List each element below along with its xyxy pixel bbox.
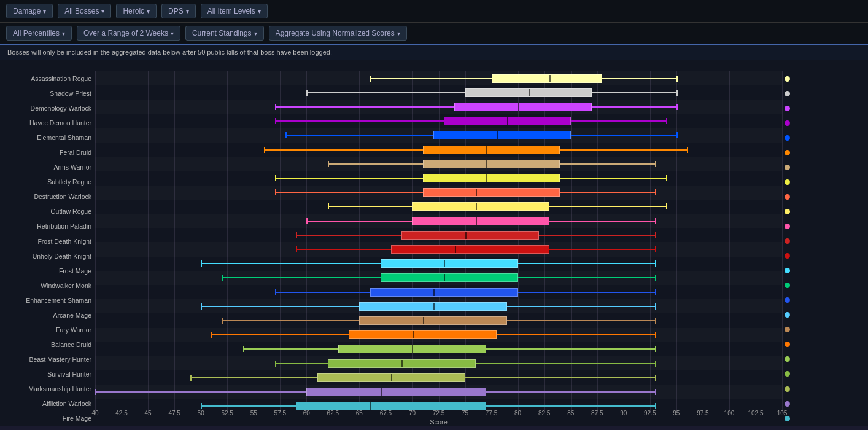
- outlier-dot: [785, 238, 790, 244]
- median-line: [444, 260, 445, 267]
- outlier-dot: [785, 327, 790, 332]
- y-label: Fury Warrior: [0, 322, 95, 337]
- whisker-left-tick: [275, 118, 276, 124]
- whisker-right-tick: [676, 90, 678, 96]
- box-plot: [444, 117, 571, 125]
- x-tick: 95: [673, 410, 680, 416]
- whisker-left: [275, 192, 423, 193]
- whisker-left: [275, 363, 328, 364]
- outlier-dot: [785, 91, 790, 96]
- top-bar: Damage All Bosses Heroic DPS All Item Le…: [0, 0, 868, 23]
- whisker-right-tick: [655, 318, 656, 324]
- bosses-btn[interactable]: All Bosses: [58, 4, 111, 18]
- heroic-btn[interactable]: Heroic: [116, 4, 157, 18]
- box-plot: [370, 288, 518, 297]
- whisker-right: [571, 120, 666, 122]
- y-label: Survival Hunter: [0, 367, 95, 381]
- box-plot: [317, 373, 465, 382]
- aggregate-btn[interactable]: Aggregate Using Normalized Scores: [269, 26, 407, 41]
- whisker-right-tick: [666, 118, 667, 124]
- whisker-left-tick: [306, 218, 308, 224]
- outlier-dot: [785, 209, 790, 214]
- whisker-right: [560, 149, 687, 150]
- whisker-right-tick: [655, 275, 656, 281]
- outlier-dot: [785, 106, 790, 111]
- y-label: Feral Druid: [0, 145, 95, 160]
- right-panel: [782, 60, 868, 426]
- x-tick: 67.5: [380, 410, 392, 416]
- whisker-left: [306, 92, 465, 93]
- x-tick: 85: [567, 410, 574, 416]
- itemlevels-btn[interactable]: All Item Levels: [201, 4, 268, 18]
- right-panel-row: [782, 115, 868, 130]
- whisker-right-tick: [666, 203, 667, 209]
- whisker-right: [549, 206, 665, 207]
- chart-row: [95, 385, 782, 399]
- median-line: [486, 160, 487, 168]
- chart-row: [95, 71, 782, 85]
- median-line: [507, 117, 508, 125]
- range-btn[interactable]: Over a Range of 2 Weeks: [77, 26, 180, 41]
- y-label: Marksmanship Hunter: [0, 381, 95, 396]
- whisker-left-tick: [275, 289, 276, 295]
- median-line: [476, 217, 477, 225]
- whisker-right-tick: [655, 246, 656, 252]
- chart-row: [95, 157, 782, 171]
- whisker-left: [275, 178, 423, 179]
- whisker-left-tick: [285, 132, 287, 138]
- box-plot: [338, 345, 486, 353]
- whisker-left-tick: [243, 346, 244, 352]
- whisker-right-tick: [676, 104, 678, 110]
- outlier-dot: [785, 371, 790, 377]
- box-plot: [359, 316, 507, 325]
- whisker-right: [560, 192, 655, 193]
- whisker-left: [285, 135, 433, 136]
- y-label: Demonology Warlock: [0, 101, 95, 115]
- whisker-left: [306, 221, 412, 222]
- whisker-right: [486, 391, 655, 393]
- whisker-right: [518, 263, 656, 264]
- whisker-right: [476, 363, 656, 364]
- outlier-dot: [785, 135, 790, 141]
- x-tick: 82.5: [538, 410, 550, 416]
- whisker-left: [222, 320, 360, 321]
- grid-line: [782, 71, 783, 413]
- info-text: Bosses will only be included in the aggr…: [7, 49, 332, 56]
- right-panel-row: [782, 264, 868, 278]
- median-line: [518, 103, 519, 111]
- dps-btn[interactable]: DPS: [161, 4, 196, 18]
- percentiles-btn[interactable]: All Percentiles: [6, 26, 72, 41]
- box-plot: [412, 202, 549, 211]
- whisker-left: [201, 263, 381, 264]
- chart-row: [95, 313, 782, 327]
- x-tick: 72.5: [433, 410, 444, 416]
- damage-btn[interactable]: Damage: [6, 4, 53, 18]
- chart-row: [95, 285, 782, 299]
- whisker-right-tick: [655, 161, 656, 167]
- box-plot: [412, 217, 549, 225]
- box-plot: [401, 231, 539, 240]
- standings-btn[interactable]: Current Standings: [185, 26, 264, 41]
- chart-row: [95, 242, 782, 256]
- right-panel-row: [782, 204, 868, 219]
- y-label: Unholy Death Knight: [0, 249, 95, 264]
- median-line: [529, 89, 530, 96]
- right-panel-row: [782, 396, 868, 411]
- x-tick: 100: [724, 410, 735, 416]
- right-panel-row: [782, 160, 868, 174]
- whisker-left-tick: [95, 389, 96, 395]
- y-label: Havoc Demon Hunter: [0, 115, 95, 130]
- y-label: Balance Druid: [0, 337, 95, 352]
- box-plot: [381, 273, 518, 282]
- whisker-left-tick: [190, 375, 192, 381]
- whisker-right: [560, 178, 665, 179]
- whisker-right-tick: [655, 361, 656, 367]
- whisker-left: [328, 163, 423, 165]
- whisker-left-tick: [222, 318, 223, 324]
- y-label: Enhancement Shaman: [0, 293, 95, 308]
- right-panel-row: [782, 234, 868, 249]
- x-tick: 75: [462, 410, 468, 416]
- whisker-left: [190, 377, 317, 378]
- whisker-right-tick: [655, 289, 656, 295]
- outlier-dot: [785, 150, 790, 155]
